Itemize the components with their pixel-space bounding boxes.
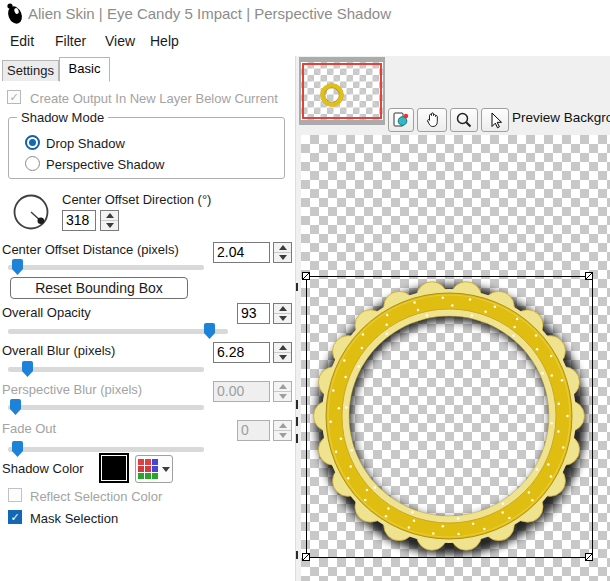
create-output-checkbox[interactable] (7, 90, 21, 104)
opacity-input[interactable]: 93 (237, 303, 270, 324)
dropdown-caret-icon (162, 467, 170, 472)
blur-label: Overall Blur (pixels) (2, 343, 115, 358)
perspective-blur-input: 0.00 (213, 381, 270, 402)
blur-spinner[interactable] (273, 342, 292, 363)
plugin-window: Alien Skin | Eye Candy 5 Impact | Perspe… (0, 0, 610, 581)
bounding-handle-top-left[interactable] (302, 272, 310, 280)
distance-input[interactable]: 2.04 (213, 242, 270, 263)
menu-edit[interactable]: Edit (10, 33, 34, 49)
marquee-dash (296, 551, 298, 559)
distance-spinner[interactable] (273, 242, 292, 263)
shadow-color-picker-button[interactable] (135, 455, 173, 483)
menu-help[interactable]: Help (150, 33, 179, 49)
drop-shadow-label: Drop Shadow (46, 136, 125, 151)
spin-up-button (274, 421, 291, 431)
slider-thumb (12, 441, 23, 457)
blur-input[interactable]: 6.28 (213, 342, 270, 363)
magnifier-icon (455, 111, 473, 129)
reset-bounding-box-button[interactable]: Reset Bounding Box (10, 277, 188, 299)
slider-thumb[interactable] (22, 361, 33, 377)
perspective-blur-label: Perspective Blur (pixels) (2, 382, 142, 397)
tab-settings[interactable]: Settings (2, 60, 59, 81)
shadow-bounding-box[interactable] (306, 276, 593, 558)
navigator-ring-thumbnail (318, 81, 346, 109)
slider-track[interactable] (8, 367, 204, 372)
reflect-selection-color-label: Reflect Selection Color (30, 489, 162, 504)
alien-skin-logo-icon (4, 2, 26, 26)
marquee-dash (296, 283, 298, 291)
shadow-color-swatch[interactable] (99, 453, 129, 483)
spin-down-button[interactable] (274, 314, 291, 323)
perspective-shadow-label: Perspective Shadow (46, 157, 165, 172)
spin-up-button[interactable] (274, 243, 291, 253)
distance-label: Center Offset Distance (pixels) (2, 242, 179, 257)
spin-up-button[interactable] (274, 343, 291, 353)
opacity-slider[interactable] (8, 323, 228, 340)
opacity-spinner[interactable] (273, 303, 292, 324)
spin-down-button[interactable] (274, 353, 291, 362)
slider-track (8, 405, 204, 410)
fade-out-spinner (273, 420, 292, 441)
compare-preview-icon (391, 111, 411, 129)
direction-spinner[interactable] (100, 210, 119, 231)
pan-tool-button[interactable] (417, 108, 447, 132)
menu-view[interactable]: View (105, 33, 135, 49)
cursor-arrow-icon (486, 111, 504, 129)
perspective-blur-slider (8, 399, 204, 416)
slider-thumb (10, 399, 21, 415)
bounding-handle-top-right[interactable] (585, 272, 593, 280)
spin-down-button[interactable] (274, 253, 291, 262)
opacity-label: Overall Opacity (2, 305, 91, 320)
window-title: Alien Skin | Eye Candy 5 Impact | Perspe… (28, 5, 391, 22)
direction-label: Center Offset Direction (°) (62, 192, 211, 207)
shadow-mode-title: Shadow Mode (17, 110, 108, 125)
select-tool-button[interactable] (481, 108, 509, 132)
perspective-blur-spinner (273, 381, 292, 402)
bounding-handle-bottom-right[interactable] (585, 553, 593, 561)
create-output-label: Create Output In New Layer Below Current (30, 91, 278, 106)
spin-up-button[interactable] (274, 304, 291, 314)
slider-thumb[interactable] (12, 259, 23, 275)
distance-slider[interactable] (8, 259, 204, 276)
reflect-selection-color-checkbox[interactable] (8, 488, 22, 502)
drop-shadow-radio[interactable] (25, 135, 40, 150)
spin-down-button[interactable] (101, 221, 118, 230)
hand-icon (423, 111, 442, 129)
marquee-dash (296, 400, 298, 409)
bounding-handle-bottom-left[interactable] (302, 553, 310, 561)
preview-background-label[interactable]: Preview Backgrou (512, 110, 610, 125)
marquee-dash (296, 417, 298, 426)
perspective-shadow-radio[interactable] (25, 156, 40, 171)
mask-selection-checkbox[interactable] (8, 510, 22, 524)
slider-thumb[interactable] (204, 323, 215, 339)
color-grid-icon (138, 459, 158, 479)
direction-dial[interactable] (12, 193, 52, 233)
fade-out-label: Fade Out (2, 421, 56, 436)
mask-selection-label: Mask Selection (30, 511, 118, 526)
compare-preview-button[interactable] (388, 108, 414, 132)
spin-up-button (274, 382, 291, 392)
marquee-dash (296, 434, 298, 443)
tab-basic[interactable]: Basic (59, 57, 110, 82)
shadow-color-label: Shadow Color (2, 461, 84, 476)
direction-input[interactable]: 318 (62, 210, 96, 231)
slider-track[interactable] (8, 329, 228, 334)
spin-down-button (274, 392, 291, 401)
menu-filter[interactable]: Filter (55, 33, 86, 49)
slider-track[interactable] (8, 265, 204, 270)
zoom-tool-button[interactable] (450, 108, 478, 132)
slider-track (8, 447, 204, 452)
fade-out-input: 0 (237, 420, 270, 441)
navigator-thumbnail[interactable] (299, 57, 385, 125)
spin-up-button[interactable] (101, 211, 118, 221)
blur-slider[interactable] (8, 361, 204, 378)
spin-down-button (274, 431, 291, 440)
